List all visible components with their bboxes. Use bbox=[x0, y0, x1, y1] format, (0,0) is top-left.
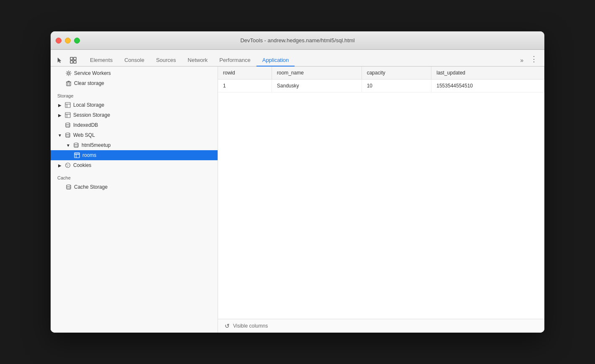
close-button[interactable] bbox=[56, 38, 62, 44]
db-icon-html5meetup bbox=[73, 142, 79, 148]
tab-console[interactable]: Console bbox=[118, 54, 150, 67]
svg-rect-3 bbox=[74, 61, 76, 63]
cell-capacity: 10 bbox=[362, 79, 431, 92]
sidebar-item-web-sql[interactable]: Web SQL bbox=[51, 130, 218, 140]
traffic-lights bbox=[56, 38, 80, 44]
session-storage-chevron bbox=[57, 113, 62, 118]
sidebar-item-rooms[interactable]: rooms bbox=[51, 150, 218, 160]
sidebar-item-cache-storage[interactable]: Cache Storage bbox=[51, 182, 218, 192]
more-tabs-icon[interactable]: » bbox=[517, 54, 527, 66]
tabbar: Elements Console Sources Network Perform… bbox=[51, 50, 544, 67]
tab-sources[interactable]: Sources bbox=[150, 54, 182, 67]
maximize-button[interactable] bbox=[74, 38, 80, 44]
cell-last_updated: 1553544554510 bbox=[431, 79, 544, 92]
svg-rect-2 bbox=[70, 61, 73, 63]
table-icon bbox=[65, 102, 71, 108]
svg-rect-24 bbox=[74, 153, 80, 154]
window-title: DevTools - andrew.hedges.name/html5/sql.… bbox=[240, 37, 354, 44]
main-content: Service Workers Clear storage Storage bbox=[51, 67, 544, 333]
sidebar-item-service-workers[interactable]: Service Workers bbox=[51, 68, 218, 78]
tab-performance[interactable]: Performance bbox=[213, 54, 256, 67]
sidebar-item-session-storage[interactable]: Session Storage bbox=[51, 110, 218, 120]
data-footer: ↺ Visible columns bbox=[218, 319, 544, 333]
cookies-label: Cookies bbox=[73, 162, 91, 168]
svg-point-28 bbox=[67, 166, 68, 167]
devtools-window: DevTools - andrew.hedges.name/html5/sql.… bbox=[51, 31, 544, 333]
data-table: rowid room_name capacity last_updated 1S… bbox=[218, 67, 544, 92]
sidebar: Service Workers Clear storage Storage bbox=[51, 67, 218, 333]
local-storage-label: Local Storage bbox=[73, 102, 104, 108]
cell-room_name: Sandusky bbox=[272, 79, 362, 92]
db-icon-indexed bbox=[65, 122, 71, 128]
web-sql-label: Web SQL bbox=[73, 132, 95, 138]
sidebar-item-indexeddb[interactable]: IndexedDB bbox=[51, 120, 218, 130]
trash-icon bbox=[66, 80, 72, 86]
db-icon-cache bbox=[66, 184, 72, 190]
svg-point-26 bbox=[67, 164, 67, 165]
minimize-button[interactable] bbox=[65, 38, 71, 44]
tab-elements[interactable]: Elements bbox=[84, 54, 118, 67]
tabs: Elements Console Sources Network Perform… bbox=[84, 54, 517, 66]
col-header-last-updated: last_updated bbox=[431, 67, 544, 79]
visible-columns-label[interactable]: Visible columns bbox=[233, 323, 268, 329]
cursor-icon[interactable] bbox=[54, 54, 66, 66]
sidebar-item-local-storage[interactable]: Local Storage bbox=[51, 100, 218, 110]
col-header-room-name: room_name bbox=[272, 67, 362, 79]
data-panel: rowid room_name capacity last_updated 1S… bbox=[218, 67, 544, 333]
session-storage-label: Session Storage bbox=[73, 112, 110, 118]
cache-section-label: Cache bbox=[51, 170, 218, 182]
local-storage-chevron bbox=[57, 103, 62, 108]
cookies-chevron bbox=[57, 163, 62, 168]
table-icon-session bbox=[65, 112, 71, 118]
html5meetup-chevron bbox=[66, 143, 71, 148]
web-sql-chevron bbox=[57, 133, 62, 138]
titlebar: DevTools - andrew.hedges.name/html5/sql.… bbox=[51, 31, 544, 50]
svg-point-25 bbox=[66, 163, 70, 168]
col-header-rowid: rowid bbox=[218, 67, 272, 79]
svg-rect-5 bbox=[67, 82, 71, 86]
tabbar-icons bbox=[54, 54, 79, 66]
rooms-label: rooms bbox=[82, 152, 96, 158]
svg-point-4 bbox=[68, 72, 70, 74]
refresh-icon[interactable]: ↺ bbox=[225, 323, 230, 329]
tab-network[interactable]: Network bbox=[182, 54, 214, 67]
table-icon-rooms bbox=[74, 152, 80, 158]
service-workers-label: Service Workers bbox=[74, 70, 111, 76]
storage-section-label: Storage bbox=[51, 88, 218, 100]
col-header-capacity: capacity bbox=[362, 67, 431, 79]
svg-point-19 bbox=[66, 133, 70, 135]
sidebar-item-clear-storage[interactable]: Clear storage bbox=[51, 78, 218, 88]
html5meetup-label: html5meetup bbox=[82, 142, 110, 148]
cell-rowid: 1 bbox=[218, 79, 272, 92]
table-row[interactable]: 1Sandusky101553544554510 bbox=[218, 79, 544, 92]
db-icon-websql bbox=[65, 132, 71, 138]
svg-point-20 bbox=[74, 143, 78, 145]
svg-rect-0 bbox=[70, 57, 73, 60]
sidebar-item-cookies[interactable]: Cookies bbox=[51, 160, 218, 170]
clear-storage-label: Clear storage bbox=[74, 80, 104, 86]
tab-application[interactable]: Application bbox=[256, 54, 295, 67]
gear-icon bbox=[66, 70, 72, 76]
cache-storage-label: Cache Storage bbox=[74, 184, 108, 190]
cookie-icon bbox=[65, 162, 71, 168]
menu-icon[interactable]: ⋮ bbox=[527, 52, 541, 66]
svg-rect-1 bbox=[74, 57, 76, 60]
inspect-icon[interactable] bbox=[67, 54, 79, 66]
sidebar-item-html5meetup[interactable]: html5meetup bbox=[51, 140, 218, 150]
svg-point-29 bbox=[67, 185, 71, 187]
svg-rect-15 bbox=[65, 113, 70, 118]
indexeddb-label: IndexedDB bbox=[73, 122, 98, 128]
svg-rect-12 bbox=[65, 103, 70, 108]
svg-point-27 bbox=[68, 165, 69, 166]
table-container: rowid room_name capacity last_updated 1S… bbox=[218, 67, 544, 319]
svg-point-18 bbox=[66, 123, 70, 125]
